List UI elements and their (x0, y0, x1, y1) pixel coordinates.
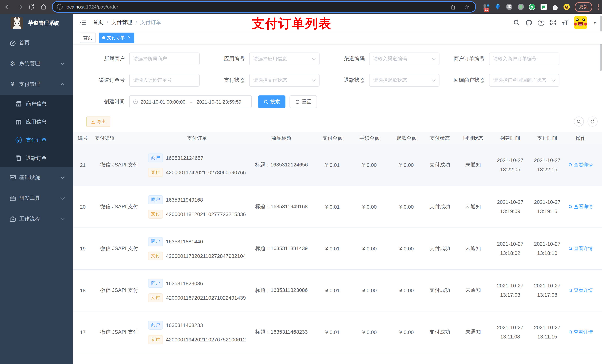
view-detail-link[interactable]: 查看详情 (568, 162, 593, 168)
sidebar-toggle-icon[interactable] (79, 19, 86, 26)
tag-close-icon[interactable]: × (127, 35, 132, 40)
bookmark-star-icon[interactable]: ☆ (464, 4, 469, 10)
browser-update-button[interactable]: 更新 (575, 2, 592, 12)
address-bar[interactable]: i localhost:1024/pay/order ☆ (52, 1, 476, 13)
chevron-down-icon (432, 79, 436, 82)
column-header[interactable]: 手续金额 (350, 135, 389, 142)
filter-input[interactable]: 请选择订单回调商户状态 (489, 74, 559, 87)
merchant-tag: 商户 (148, 237, 163, 246)
filter-placeholder: 请输入渠道订单号 (133, 77, 172, 83)
tag[interactable]: 首页 (80, 32, 96, 43)
breadcrumb-current: 支付订单 (140, 19, 161, 26)
cell-id: 21 (73, 144, 93, 186)
extension-gem-icon[interactable] (494, 3, 501, 10)
filter-input[interactable]: 请输入渠道编码 (369, 52, 440, 65)
extension-command-icon[interactable]: ⌘ (506, 3, 512, 10)
cell-order: 商户 1635312124657 支付 42000011742021102780… (146, 144, 248, 186)
site-info-icon[interactable]: i (57, 4, 63, 10)
column-header[interactable]: 支付订单 (146, 135, 248, 142)
cell-pay-time: 2021-10-2713:19:15 (529, 186, 565, 228)
cell-pay-status: 支付成功 (424, 186, 455, 228)
browser-forward-icon[interactable] (14, 0, 25, 14)
column-header[interactable]: 编号 (73, 135, 93, 142)
filter-input[interactable]: 请选择应用信息 (249, 52, 320, 65)
tags-view: 首页 支付订单 × (73, 31, 602, 44)
search-button[interactable]: 搜索 (258, 95, 285, 108)
column-header[interactable]: 支付金额 (315, 135, 350, 142)
export-button[interactable]: 导出 (86, 116, 110, 127)
sidebar-item-pay-order[interactable]: ¥ 支付订单 (0, 131, 73, 149)
browser-back-icon[interactable] (2, 0, 13, 14)
column-header[interactable]: 支付时间 (529, 135, 565, 142)
column-header[interactable]: 回调状态 (455, 135, 491, 142)
avatar-caret-icon[interactable]: ▼ (593, 20, 597, 25)
view-detail-link[interactable]: 查看详情 (568, 245, 593, 252)
column-header[interactable]: 退款金额 (389, 135, 424, 142)
browser-home-icon[interactable] (38, 0, 49, 14)
extensions-puzzle-icon[interactable] (552, 3, 558, 10)
tag-label: 首页 (83, 35, 92, 41)
extension-tabs-icon[interactable]: 10 (483, 3, 489, 10)
browser-menu-icon[interactable] (598, 4, 599, 10)
extension-chat-icon[interactable] (540, 3, 547, 10)
extension-status-icon[interactable] (517, 3, 524, 10)
column-header[interactable]: 支付状态 (424, 135, 455, 142)
sidebar-item-pay[interactable]: ¥ 支付管理 (0, 74, 73, 95)
extension-badge: 10 (484, 8, 489, 12)
refresh-table-button[interactable] (588, 116, 598, 126)
chevron-down-icon (60, 218, 65, 220)
view-detail-link[interactable]: 查看详情 (568, 287, 593, 294)
filter-input[interactable]: 请输入渠道订单号 (129, 74, 200, 87)
cell-notify-status: 未通知 (455, 228, 491, 269)
view-detail-link[interactable]: 查看详情 (568, 203, 593, 210)
cell-channel: 微信 JSAPI 支付 (93, 312, 146, 353)
cell-id: 19 (73, 228, 93, 269)
font-size-icon[interactable]: TT (562, 20, 568, 26)
filter-input[interactable]: 请选择所属商户 (129, 52, 200, 65)
share-icon[interactable] (450, 4, 456, 10)
sidebar-item-workflow[interactable]: 工作流程 (0, 209, 73, 229)
sidebar-item-merchant-info[interactable]: 商户信息 (0, 95, 73, 113)
sidebar-item-refund-order[interactable]: 退款订单 (0, 149, 73, 167)
filter-input[interactable]: 请选择支付状态 (249, 74, 320, 87)
column-header[interactable]: 创建时间 (491, 135, 529, 142)
view-detail-link[interactable]: 查看详情 (568, 329, 593, 335)
sidebar-item-app-info[interactable]: 应用信息 (0, 113, 73, 131)
fullscreen-icon[interactable] (550, 19, 557, 26)
profile-emoji-icon[interactable] (563, 3, 570, 10)
column-header[interactable]: 商品标题 (248, 135, 315, 142)
cell-title: 标题：1635311823086 (248, 270, 315, 311)
toggle-search-button[interactable] (574, 116, 584, 126)
column-header[interactable]: 操作 (565, 135, 596, 142)
avatar[interactable] (574, 16, 587, 29)
breadcrumb-home[interactable]: 首页 (93, 19, 103, 26)
sidebar-item-devtools[interactable]: 研发工具 (0, 188, 73, 209)
table-row: 20 微信 JSAPI 支付 商户 1635311949168 支付 (73, 186, 602, 228)
merchant-order-no: 1635311881440 (166, 239, 203, 244)
app-logo[interactable]: 芋道管理系统 (0, 14, 73, 32)
column-header[interactable]: 支付渠道 (93, 135, 146, 142)
filter-input[interactable]: 请输入商户订单编号 (489, 52, 559, 65)
sidebar-item-infra[interactable]: 基础设施 (0, 167, 73, 188)
breadcrumb-pay[interactable]: 支付管理 (111, 19, 132, 26)
search-icon[interactable] (513, 19, 520, 26)
yen-icon: ¥ (9, 81, 16, 88)
orders-table: 编号支付渠道支付订单商品标题支付金额手续金额退款金额支付状态回调状态创建时间支付… (73, 132, 602, 364)
github-icon[interactable] (525, 19, 532, 26)
filter-label: 支付状态 (204, 77, 249, 83)
filter-label: 应用编号 (204, 55, 249, 62)
filter-input[interactable]: 请选择退款状态 (369, 74, 440, 87)
help-icon[interactable]: ? (538, 20, 544, 26)
reset-button[interactable]: 重置 (290, 95, 317, 108)
browser-reload-icon[interactable] (26, 0, 37, 14)
tag[interactable]: 支付订单 × (99, 32, 134, 43)
table-row-partial: 商户 1635311351796 (73, 353, 602, 364)
extension-y-icon[interactable]: y (529, 3, 535, 10)
cell-fee: ¥ 0.00 (350, 270, 389, 311)
cell-fee: ¥ 0.00 (350, 228, 389, 269)
browser-toolbar: i localhost:1024/pay/order ☆ 10 ⌘ y (0, 0, 602, 14)
pay-tag: 支付 (148, 293, 163, 302)
date-range-input[interactable]: 2021-10-01 00:00:00 - 2021-10-31 23:59:5… (129, 95, 252, 108)
sidebar-item-home[interactable]: 首页 (0, 32, 73, 53)
sidebar-item-system[interactable]: ⚙ 系统管理 (0, 53, 73, 74)
